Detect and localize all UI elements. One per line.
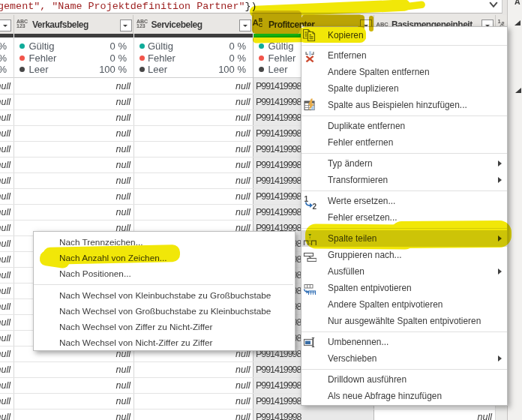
- svg-text:1: 1: [304, 195, 309, 203]
